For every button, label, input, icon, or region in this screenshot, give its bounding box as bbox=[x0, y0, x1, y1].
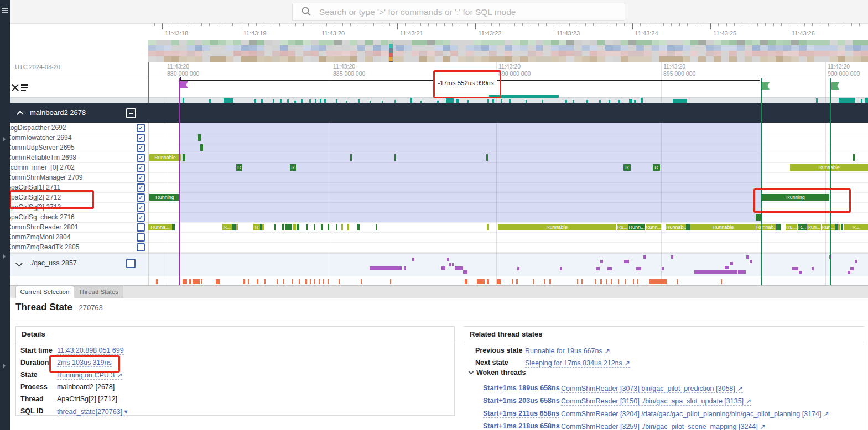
thread-row-label[interactable]: _comm_inner_[0] 2702 bbox=[7, 162, 131, 172]
menu-icon[interactable] bbox=[2, 8, 8, 9]
thread-row-label[interactable]: CommZmqMoni 2804 bbox=[7, 232, 131, 242]
thread-state-slice[interactable] bbox=[776, 224, 781, 230]
thread-state-slice[interactable] bbox=[285, 224, 292, 230]
thread-state-slice[interactable]: Runn... bbox=[646, 224, 661, 230]
thread-checkbox[interactable]: ✓ bbox=[137, 203, 145, 212]
woken-thread-link[interactable]: CommShmReader [3073] bin/gac_pilot_predi… bbox=[561, 384, 743, 393]
thread-row-label[interactable]: CommShmReader 2801 bbox=[7, 222, 131, 232]
thread-checkbox[interactable]: ✓ bbox=[137, 134, 145, 142]
thread-state-slice[interactable]: Runnab... bbox=[666, 224, 686, 230]
woken-thread-time[interactable]: Start+1ms 203us 658ns bbox=[483, 397, 560, 405]
thread-checkbox[interactable]: ✓ bbox=[137, 213, 145, 222]
thread-state-slice[interactable] bbox=[297, 224, 299, 230]
thread-state-slice[interactable] bbox=[198, 134, 201, 141]
thread-state-slice[interactable] bbox=[487, 224, 489, 230]
thread-state-slice[interactable] bbox=[347, 224, 349, 230]
sidebar-expand-arrow-icon[interactable] bbox=[3, 254, 6, 259]
thread-state-slice[interactable]: R bbox=[653, 164, 660, 171]
thread-checkbox[interactable]: ✓ bbox=[137, 193, 145, 202]
qac-group-title[interactable]: ./qac_uss 2857 bbox=[30, 259, 77, 267]
thread-state-slice[interactable]: Runnab... bbox=[756, 224, 776, 230]
thread-state-slice[interactable] bbox=[853, 154, 855, 161]
woken-thread-time[interactable]: Start+1ms 218us 658ns bbox=[483, 422, 560, 430]
thread-state-slice[interactable]: Run... bbox=[807, 224, 821, 230]
detail-row-value[interactable]: thread_state[270763] ▾ bbox=[57, 407, 128, 416]
marker-line-purple[interactable] bbox=[179, 78, 180, 285]
thread-checkbox[interactable] bbox=[137, 233, 145, 242]
thread-state-slice[interactable]: R bbox=[236, 164, 242, 171]
thread-state-slice[interactable]: Runnable bbox=[790, 164, 868, 171]
thread-checkbox[interactable] bbox=[137, 243, 145, 251]
related-row-value[interactable]: Runnable for 19us 667ns ↗ bbox=[525, 347, 610, 355]
thread-state-slice[interactable] bbox=[328, 224, 329, 230]
thread-state-slice[interactable] bbox=[274, 224, 276, 230]
thread-state-slice[interactable] bbox=[232, 224, 236, 230]
flag-icon-purple[interactable] bbox=[180, 81, 188, 88]
thread-state-slice[interactable]: R... bbox=[844, 224, 868, 230]
thread-state-slice[interactable]: R bbox=[623, 164, 631, 171]
thread-state-slice[interactable] bbox=[376, 224, 377, 230]
sidebar-strip[interactable] bbox=[0, 0, 10, 430]
thread-state-slice[interactable] bbox=[686, 224, 690, 230]
thread-state-slice[interactable] bbox=[350, 154, 352, 161]
thread-state-slice[interactable] bbox=[200, 144, 203, 151]
qac-checkbox[interactable] bbox=[126, 259, 136, 268]
thread-state-slice[interactable] bbox=[835, 224, 838, 230]
chevron-up-icon[interactable] bbox=[17, 111, 24, 118]
thread-checkbox[interactable]: ✓ bbox=[137, 124, 145, 132]
thread-row-label[interactable]: ApaCtrlSg_check 2716 bbox=[7, 212, 131, 222]
thread-state-slice[interactable]: Runn... bbox=[628, 224, 645, 230]
ftrace-lane[interactable] bbox=[0, 276, 868, 286]
thread-state-slice[interactable]: R bbox=[253, 224, 260, 230]
related-row-value[interactable]: Sleeping for 17ms 834us 212ns ↗ bbox=[525, 359, 630, 368]
thread-state-slice[interactable] bbox=[172, 224, 175, 230]
thread-state-slice[interactable] bbox=[841, 224, 843, 230]
process-group-header[interactable]: mainboard2 2678 bbox=[0, 103, 868, 123]
thread-row-label[interactable]: CommZmqReadTk 2805 bbox=[7, 242, 131, 252]
thread-state-slice[interactable] bbox=[183, 154, 185, 161]
thread-state-slice[interactable] bbox=[260, 224, 262, 230]
chevron-down-icon[interactable] bbox=[469, 369, 474, 375]
thread-state-slice[interactable] bbox=[336, 224, 337, 230]
woken-thread-link[interactable]: CommShmReader [3259] ./bin/gac_pilot_sce… bbox=[561, 422, 766, 430]
sidebar-expand-arrow-icon[interactable] bbox=[3, 137, 6, 141]
thread-state-slice[interactable]: Runnable bbox=[149, 154, 181, 161]
search-input[interactable] bbox=[318, 3, 619, 20]
thread-state-slice[interactable] bbox=[357, 224, 360, 230]
detail-row-value[interactable]: 11:43:20.898 051 699 bbox=[57, 347, 124, 355]
thread-state-slice[interactable] bbox=[293, 224, 296, 230]
flag-icon-green[interactable] bbox=[762, 82, 770, 90]
woken-thread-time[interactable]: Start+1ms 189us 658ns bbox=[483, 384, 560, 392]
thread-checkbox[interactable]: ✓ bbox=[137, 174, 145, 182]
thread-state-slice[interactable] bbox=[838, 224, 840, 230]
thread-checkbox[interactable]: ✓ bbox=[137, 154, 145, 162]
thread-state-slice[interactable]: Runnable bbox=[690, 224, 756, 230]
thread-state-slice[interactable] bbox=[314, 224, 315, 230]
thread-state-slice[interactable] bbox=[486, 154, 488, 161]
thread-checkbox[interactable] bbox=[137, 223, 145, 232]
thread-state-slice[interactable]: Runna... bbox=[148, 224, 172, 230]
thread-state-slice[interactable] bbox=[236, 224, 238, 230]
search-box[interactable] bbox=[292, 3, 625, 21]
thread-state-slice[interactable] bbox=[394, 154, 396, 161]
woken-thread-link[interactable]: CommShmReader [3150] ./bin/gac_apa_slot_… bbox=[561, 397, 751, 406]
thread-state-slice[interactable]: R... bbox=[798, 224, 807, 230]
thread-state-slice[interactable]: Ru... bbox=[617, 224, 628, 230]
thread-checkbox[interactable]: ✓ bbox=[137, 144, 145, 152]
thread-state-slice[interactable] bbox=[321, 224, 323, 230]
thread-state-slice[interactable] bbox=[262, 224, 264, 230]
collapse-box-icon[interactable] bbox=[126, 108, 136, 118]
tab-thread-states[interactable]: Thread States bbox=[74, 286, 123, 298]
woken-thread-link[interactable]: CommShmReader [3204] /data/gac/gac_pilot… bbox=[561, 410, 829, 418]
thread-row-label[interactable]: CommUdpServer 2695 bbox=[7, 143, 131, 153]
thread-state-slice[interactable] bbox=[306, 224, 308, 230]
thread-state-slice[interactable] bbox=[282, 224, 284, 230]
thread-row-label[interactable]: CommReliableTm 2698 bbox=[7, 153, 131, 162]
thread-checkbox[interactable]: ✓ bbox=[137, 164, 145, 172]
sidebar-expand-arrow-icon[interactable] bbox=[3, 364, 6, 368]
thread-state-slice[interactable]: R bbox=[290, 164, 296, 171]
thread-row-label[interactable]: LogDispacther 2692 bbox=[7, 123, 131, 133]
thread-checkbox[interactable]: ✓ bbox=[137, 183, 145, 192]
thread-state-slice[interactable]: Ru... bbox=[786, 224, 797, 230]
thread-state-slice[interactable]: Run... bbox=[822, 224, 835, 230]
